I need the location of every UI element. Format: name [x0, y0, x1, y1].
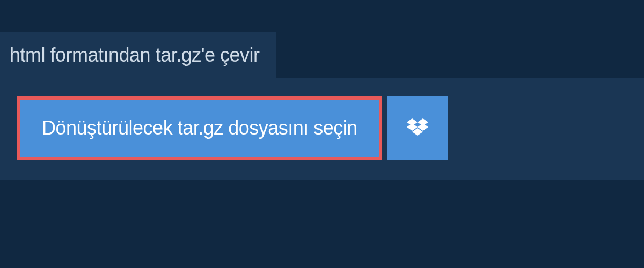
select-file-button[interactable]: Dönüştürülecek tar.gz dosyasını seçin [17, 96, 382, 160]
conversion-panel: Dönüştürülecek tar.gz dosyasını seçin [0, 78, 644, 180]
page-title: html formatından tar.gz'e çevir [10, 44, 260, 66]
tab-header: html formatından tar.gz'e çevir [0, 32, 276, 78]
dropbox-button[interactable] [387, 96, 448, 160]
select-file-button-label: Dönüştürülecek tar.gz dosyasını seçin [42, 117, 357, 139]
dropbox-icon [407, 118, 428, 138]
button-row: Dönüştürülecek tar.gz dosyasını seçin [17, 96, 627, 160]
